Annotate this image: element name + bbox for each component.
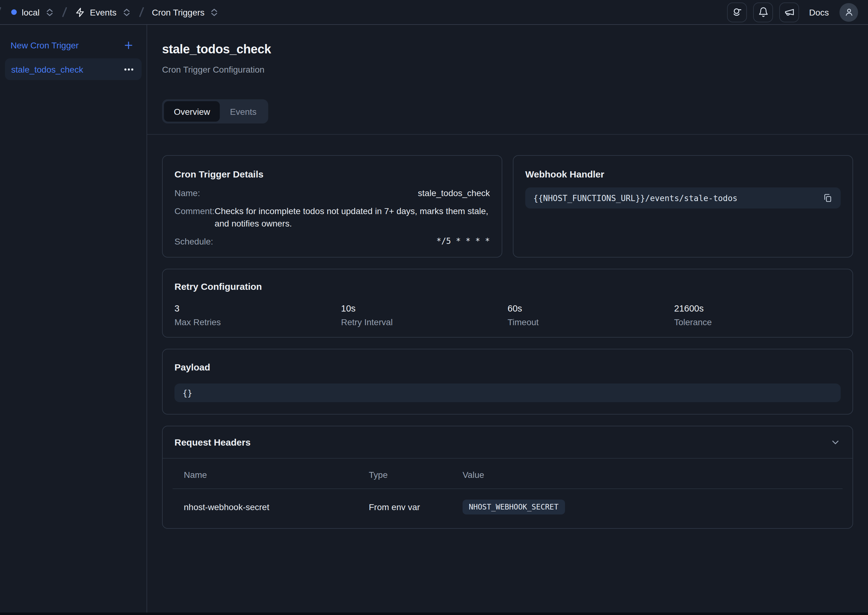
main-content: stale_todos_check Cron Trigger Configura… [147,25,868,615]
notifications-button[interactable] [753,2,773,22]
field-value: stale_todos_check [200,187,490,199]
request-headers-header: Request Headers [163,426,852,459]
copy-icon [823,193,833,203]
card-title: Payload [174,361,841,374]
avatar[interactable] [840,3,858,22]
card-title: Cron Trigger Details [174,168,490,181]
top-cards-row: Cron Trigger Details Name: stale_todos_c… [162,155,853,258]
status-dot [11,9,17,15]
detail-row-comment: Comment: Checks for incomplete todos not… [174,205,490,229]
card-title: Request Headers [174,436,250,448]
new-cron-trigger-link[interactable]: New Cron Trigger [11,41,78,50]
announcements-button[interactable] [779,2,799,22]
stat-value: 60s [508,302,674,315]
field-label: Schedule: [174,235,213,248]
tab-overview[interactable]: Overview [164,101,220,122]
webhook-handler-card: Webhook Handler {{NHOST_FUNCTIONS_URL}}/… [513,155,853,258]
page-subtitle: Cron Trigger Configuration [162,63,853,76]
stat-value: 21600s [674,302,841,315]
cards-container: Cron Trigger Details Name: stale_todos_c… [162,155,853,529]
breadcrumb-section-label: Events [90,7,117,17]
header-type-cell: From env var [369,502,463,512]
breadcrumb-page-selector[interactable]: Cron Triggers [150,5,220,20]
breadcrumb-page-label: Cron Triggers [152,7,205,17]
unfold-more-icon [122,7,131,17]
stat-label: Timeout [508,317,674,328]
chevron-down-icon [830,437,841,448]
field-label: Comment: [174,205,214,229]
stat-retry-interval: 10s Retry Interval [341,302,508,328]
sidebar-item-label: stale_todos_check [11,64,83,74]
bell-icon [758,7,768,17]
docs-link[interactable]: Docs [809,7,829,17]
stat-value: 10s [341,302,508,315]
column-header-name: Name [184,470,369,480]
sidebar: New Cron Trigger stale_todos_check [0,25,147,615]
trigger-menu-button[interactable] [124,66,134,72]
topbar: local Events Cron Triggers [0,0,868,25]
payload-content: {} [183,388,192,398]
breadcrumb-env-selector[interactable]: local [10,5,55,20]
unfold-more-icon [210,7,219,17]
stat-value: 3 [174,302,341,315]
topbar-actions: Docs [727,2,858,22]
stat-label: Max Retries [174,317,341,328]
detail-row-schedule: Schedule: */5 * * * * [174,235,490,248]
table-row: nhost-webhook-secret From env var NHOST_… [173,489,843,528]
breadcrumb-separator [62,7,67,17]
collapse-headers-button[interactable] [830,437,841,448]
tab-events[interactable]: Events [220,101,267,122]
graphiql-button[interactable] [727,2,747,22]
breadcrumb-env-label: local [22,7,40,17]
breadcrumb-section-selector[interactable]: Events [74,5,132,20]
headers-table: Name Type Value nhost-webhook-secret Fro… [173,470,843,528]
stat-timeout: 60s Timeout [508,302,674,328]
sidebar-item-stale-todos-check[interactable]: stale_todos_check [5,58,142,80]
tab-bar: Overview Events [162,99,268,123]
megaphone-icon [784,7,794,17]
payload-card: Payload {} [162,349,853,415]
field-value: Checks for incomplete todos not updated … [214,205,490,229]
copy-webhook-url-button[interactable] [823,193,833,203]
column-header-type: Type [369,470,463,480]
header-value-chip: NHOST_WEBHOOK_SECRET [463,499,565,515]
field-value: */5 * * * * [213,235,490,248]
payload-box: {} [174,384,841,402]
breadcrumb-separator [139,7,144,17]
cron-trigger-details-card: Cron Trigger Details Name: stale_todos_c… [162,155,502,258]
ellipsis-icon [124,66,134,72]
header-name-cell: nhost-webhook-secret [184,502,369,512]
retry-stats: 3 Max Retries 10s Retry Interval 60s Tim… [174,302,841,328]
headers-table-head: Name Type Value [173,470,843,489]
add-cron-trigger-button[interactable] [123,40,134,51]
sidebar-header: New Cron Trigger [5,40,142,51]
stat-tolerance: 21600s Tolerance [674,302,841,328]
app-root: local Events Cron Triggers [0,0,868,615]
card-title: Webhook Handler [525,168,841,181]
window-bottom-edge [0,612,868,615]
breadcrumb: local Events Cron Triggers [10,5,220,20]
unfold-more-icon [45,7,54,17]
stat-max-retries: 3 Max Retries [174,302,341,328]
plus-icon [123,40,134,51]
user-icon [843,7,854,17]
request-headers-card: Request Headers Name Type Value [162,426,853,529]
column-header-value: Value [463,470,831,480]
webhook-url-box: {{NHOST_FUNCTIONS_URL}}/events/stale-tod… [525,187,841,209]
graphiql-g-icon [731,6,743,18]
zap-icon [75,7,85,17]
page-title: stale_todos_check [162,41,853,58]
content-divider [147,134,868,135]
webhook-url: {{NHOST_FUNCTIONS_URL}}/events/stale-tod… [533,193,737,203]
detail-row-name: Name: stale_todos_check [174,187,490,199]
retry-configuration-card: Retry Configuration 3 Max Retries 10s Re… [162,269,853,337]
cropped-separator [0,7,1,17]
field-label: Name: [174,187,200,199]
stat-label: Retry Interval [341,317,508,328]
stat-label: Tolerance [674,317,841,328]
card-title: Retry Configuration [174,281,841,293]
